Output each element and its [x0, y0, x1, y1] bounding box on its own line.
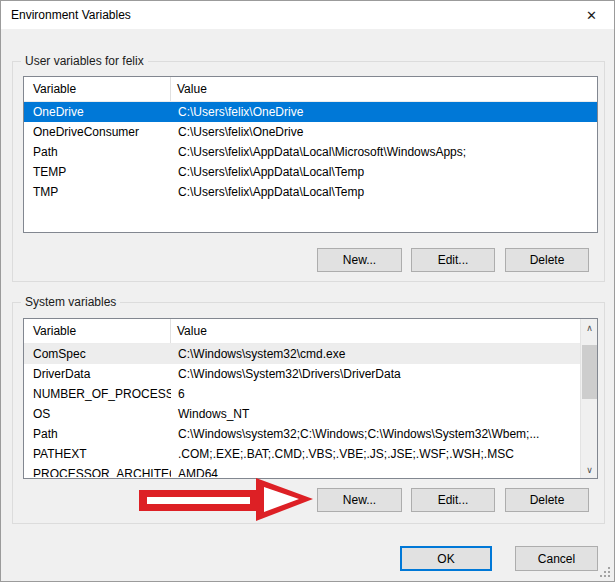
table-row[interactable]: OneDriveConsumer C:\Users\felix\OneDrive: [24, 122, 597, 142]
cancel-button[interactable]: Cancel: [515, 546, 598, 571]
table-row[interactable]: OneDrive C:\Users\felix\OneDrive: [24, 102, 597, 122]
table-row[interactable]: ComSpec C:\Windows\system32\cmd.exe: [24, 344, 580, 364]
variable-cell: DriverData: [24, 364, 171, 384]
variable-cell: TMP: [24, 182, 171, 202]
value-cell: C:\Windows\system32\cmd.exe: [171, 344, 580, 364]
system-new-button[interactable]: New...: [317, 488, 402, 512]
table-row[interactable]: Path C:\Users\felix\AppData\Local\Micros…: [24, 142, 597, 162]
value-cell: 6: [171, 384, 580, 404]
value-cell: C:\Users\felix\AppData\Local\Temp: [171, 182, 597, 202]
system-variables-list[interactable]: Variable Value ComSpec C:\Windows\system…: [23, 318, 598, 479]
ok-button[interactable]: OK: [400, 546, 492, 571]
table-row[interactable]: TEMP C:\Users\felix\AppData\Local\Temp: [24, 162, 597, 182]
variable-cell: NUMBER_OF_PROCESSORS: [24, 384, 171, 404]
system-column-variable[interactable]: Variable: [24, 324, 170, 338]
system-list-header: Variable Value: [24, 319, 580, 344]
system-edit-button[interactable]: Edit...: [411, 488, 495, 512]
system-column-value[interactable]: Value: [171, 324, 580, 338]
value-cell: C:\Users\felix\OneDrive: [171, 102, 597, 122]
variable-cell: PATHEXT: [24, 444, 171, 464]
user-variables-label: User variables for felix: [21, 54, 148, 68]
table-row[interactable]: OS Windows_NT: [24, 404, 580, 424]
variable-cell: OneDriveConsumer: [24, 122, 171, 142]
close-icon: ✕: [586, 8, 597, 23]
system-list-scrollbar[interactable]: ∧ ∨: [580, 319, 597, 478]
scroll-down-icon[interactable]: ∨: [581, 461, 598, 478]
variable-cell: TEMP: [24, 162, 171, 182]
system-rows: ComSpec C:\Windows\system32\cmd.exe Driv…: [24, 344, 580, 477]
system-variables-label: System variables: [21, 295, 120, 309]
variable-cell: ComSpec: [24, 344, 171, 364]
resize-grip-icon[interactable]: [600, 567, 611, 578]
user-rows: OneDrive C:\Users\felix\OneDrive OneDriv…: [24, 102, 597, 232]
variable-cell: Path: [24, 142, 171, 162]
table-row[interactable]: PATHEXT .COM;.EXE;.BAT;.CMD;.VBS;.VBE;.J…: [24, 444, 580, 464]
table-row[interactable]: NUMBER_OF_PROCESSORS 6: [24, 384, 580, 404]
table-row[interactable]: TMP C:\Users\felix\AppData\Local\Temp: [24, 182, 597, 202]
scrollbar-thumb[interactable]: [582, 345, 597, 399]
user-variables-list[interactable]: Variable Value OneDrive C:\Users\felix\O…: [23, 76, 598, 233]
value-cell: C:\Windows\System32\Drivers\DriverData: [171, 364, 580, 384]
title-bar: Environment Variables: [1, 1, 614, 29]
value-cell: C:\Users\felix\AppData\Local\Temp: [171, 162, 597, 182]
value-cell: Windows_NT: [171, 404, 580, 424]
variable-cell: OS: [24, 404, 171, 424]
user-delete-button[interactable]: Delete: [505, 248, 589, 272]
user-column-variable[interactable]: Variable: [24, 82, 170, 96]
user-column-value[interactable]: Value: [171, 82, 597, 96]
value-cell: .COM;.EXE;.BAT;.CMD;.VBS;.VBE;.JS;.JSE;.…: [171, 444, 580, 464]
table-row[interactable]: Path C:\Windows\system32;C:\Windows;C:\W…: [24, 424, 580, 444]
red-arrow-annotation-icon: [131, 471, 321, 528]
user-edit-button[interactable]: Edit...: [411, 248, 495, 272]
user-new-button[interactable]: New...: [317, 248, 402, 272]
variable-cell: Path: [24, 424, 171, 444]
close-button[interactable]: ✕: [569, 1, 614, 29]
system-delete-button[interactable]: Delete: [505, 488, 589, 512]
variable-cell: OneDrive: [24, 102, 171, 122]
value-cell: C:\Users\felix\OneDrive: [171, 122, 597, 142]
scroll-up-icon[interactable]: ∧: [581, 319, 598, 336]
window-title: Environment Variables: [1, 8, 131, 22]
user-list-header: Variable Value: [24, 77, 597, 102]
value-cell: C:\Users\felix\AppData\Local\Microsoft\W…: [171, 142, 597, 162]
environment-variables-dialog: Environment Variables ✕ User variables f…: [0, 0, 615, 582]
value-cell: C:\Windows\system32;C:\Windows;C:\Window…: [171, 424, 580, 444]
table-row[interactable]: DriverData C:\Windows\System32\Drivers\D…: [24, 364, 580, 384]
